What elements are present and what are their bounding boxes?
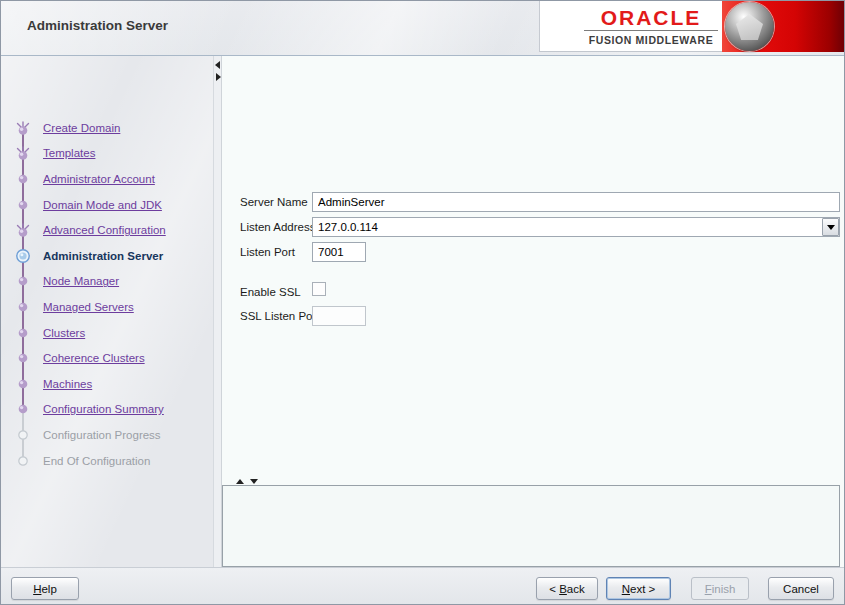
step-label: End Of Configuration — [43, 455, 150, 467]
step-label: Advanced Configuration — [43, 224, 166, 236]
step-label: Managed Servers — [43, 301, 134, 313]
wizard-steps-nav: Create DomainTemplatesAdministrator Acco… — [1, 56, 213, 567]
enable-ssl-label: Enable SSL — [240, 286, 301, 298]
ball-step-icon — [15, 273, 31, 289]
server-name-label: Server Name — [240, 196, 308, 208]
sidebar-step-node-manager[interactable]: Node Manager — [1, 269, 213, 295]
fusion-middleware-label: FUSION MIDDLEWARE — [584, 34, 718, 46]
ball-step-icon — [15, 401, 31, 417]
finish-button: Finish — [691, 577, 749, 600]
sidebar-step-coherence-clusters[interactable]: Coherence Clusters — [1, 345, 213, 371]
listen-port-label: Listen Port — [240, 246, 295, 258]
logo-divider — [584, 30, 718, 31]
collapse-left-icon[interactable] — [215, 61, 220, 69]
step-label: Templates — [43, 147, 95, 159]
ball-step-icon — [15, 325, 31, 341]
oracle-sphere-icon — [725, 2, 774, 51]
step-label: Create Domain — [43, 122, 120, 134]
ball-step-icon — [15, 299, 31, 315]
form-panel: Server Name Listen Address Listen Port E… — [221, 56, 844, 567]
sidebar-step-clusters[interactable]: Clusters — [1, 320, 213, 346]
step-label: Configuration Summary — [43, 403, 164, 415]
ball-step-icon — [15, 197, 31, 213]
config-wizard-window: Administration Server ORACLE FUSION MIDD… — [0, 0, 845, 605]
oracle-logo: ORACLE FUSION MIDDLEWARE — [539, 1, 844, 52]
burst-step-icon — [15, 145, 31, 161]
message-panel-splitter[interactable] — [230, 477, 290, 485]
ssl-listen-port-label: SSL Listen Port — [240, 310, 319, 322]
listen-address-combobox — [312, 217, 840, 237]
oracle-wordmark: ORACLE — [584, 7, 718, 28]
current-step-icon — [15, 248, 31, 264]
button-bar: Help< BackNext >FinishCancel — [1, 567, 844, 604]
step-label: Administrator Account — [43, 173, 155, 185]
header: Administration Server ORACLE FUSION MIDD… — [1, 1, 844, 56]
sidebar-step-templates[interactable]: Templates — [1, 141, 213, 167]
listen-address-dropdown-button[interactable] — [822, 218, 839, 236]
cancel-button[interactable]: Cancel — [768, 577, 834, 600]
hollow-step-icon — [15, 427, 31, 443]
hollow-step-icon — [15, 453, 31, 469]
collapse-down-icon[interactable] — [250, 479, 258, 484]
step-label: Node Manager — [43, 275, 119, 287]
ball-step-icon — [15, 376, 31, 392]
ball-step-icon — [15, 350, 31, 366]
enable-ssl-checkbox[interactable] — [312, 282, 326, 296]
burst-step-icon — [15, 120, 31, 136]
chevron-down-icon — [827, 225, 835, 230]
sidebar-step-domain-mode-and-jdk[interactable]: Domain Mode and JDK — [1, 192, 213, 218]
listen-address-input[interactable] — [312, 217, 840, 237]
page-title: Administration Server — [27, 18, 168, 33]
expand-up-icon[interactable] — [236, 479, 244, 484]
help-button[interactable]: Help — [11, 577, 79, 600]
sidebar-splitter[interactable] — [213, 56, 221, 567]
step-label: Domain Mode and JDK — [43, 199, 162, 211]
sidebar-step-end-of-configuration: End Of Configuration — [1, 448, 213, 474]
next-button[interactable]: Next > — [606, 577, 671, 600]
sidebar-step-configuration-summary[interactable]: Configuration Summary — [1, 397, 213, 423]
sidebar-step-advanced-configuration[interactable]: Advanced Configuration — [1, 217, 213, 243]
sidebar-step-administration-server[interactable]: Administration Server — [1, 243, 213, 269]
step-label: Administration Server — [43, 250, 163, 262]
message-panel — [222, 485, 840, 567]
back-button[interactable]: < Back — [536, 577, 598, 600]
sidebar-step-managed-servers[interactable]: Managed Servers — [1, 294, 213, 320]
oracle-red-badge — [722, 1, 844, 52]
listen-address-label: Listen Address — [240, 221, 315, 233]
ball-step-icon — [15, 171, 31, 187]
step-label: Machines — [43, 378, 92, 390]
step-label: Coherence Clusters — [43, 352, 145, 364]
sidebar-step-administrator-account[interactable]: Administrator Account — [1, 166, 213, 192]
step-label: Configuration Progress — [43, 429, 161, 441]
listen-port-input[interactable] — [312, 242, 366, 262]
burst-step-icon — [15, 222, 31, 238]
pentagon-icon — [736, 14, 763, 40]
server-name-input[interactable] — [312, 192, 840, 212]
sidebar-step-create-domain[interactable]: Create Domain — [1, 115, 213, 141]
sidebar-step-machines[interactable]: Machines — [1, 371, 213, 397]
step-label: Clusters — [43, 327, 85, 339]
ssl-listen-port-input — [312, 306, 366, 326]
sidebar-step-configuration-progress: Configuration Progress — [1, 422, 213, 448]
